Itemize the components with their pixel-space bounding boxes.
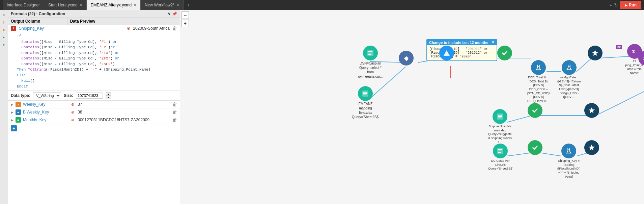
node-label-input2: EMEANZmappingfield.xlsxQuery='Sheet2S$' [352,102,379,119]
weekly-clear[interactable]: ⊗ [71,102,74,107]
weekly-delete[interactable]: 🗑 [172,102,177,107]
size-up[interactable]: ▲ [106,92,111,96]
tab-interface-designer[interactable]: Interface Designer [3,0,44,10]
delete-output-col[interactable]: 🗑 [172,26,177,31]
panel-minimize[interactable]: ∨ [168,11,171,16]
sidebar-icon-4[interactable]: ■ [1,34,7,41]
svg-marker-25 [592,50,598,56]
close-tab-new-workflow[interactable]: ✕ [176,3,179,7]
overflow-menu[interactable]: » [610,3,612,7]
svg-rect-32 [363,93,367,94]
node-star1[interactable] [588,46,603,60]
datatype-select[interactable]: V_WString String Int32 [33,92,61,99]
svg-rect-36 [498,115,502,116]
sidebar-icon-2[interactable]: f [1,19,7,26]
panel-title: Formula (22) - Configuration ∨ 📌 [8,10,180,18]
svg-rect-33 [363,95,366,95]
datatype-label: Data type: [11,93,30,98]
size-input[interactable] [76,93,103,99]
sidebar-icon-3[interactable]: x [1,26,7,33]
node-label-input1: DSN=CaspianQuery=select *from qv.meeanz.… [355,61,386,79]
node-circle-input4 [493,144,508,158]
monthly-key-row: ▶ ■ Monthly_Key ⊗ 0001270311BDCDC18HTS7-… [8,116,180,124]
field-icon-red: f [11,26,16,31]
filter-box-close[interactable]: ✕ [492,40,495,45]
output-col-name: Shipping_Key [19,26,124,31]
node-filter1[interactable] [439,46,454,60]
node-circle-filter1 [439,46,454,60]
monthly-clear[interactable]: ⊗ [71,118,74,122]
node-lab3[interactable]: InvMgnRate =([GSV $]+[Return$]-[Cost Lat… [557,60,581,99]
tab-bar: Interface Designer Start Here.yxmd ✕ EME… [0,0,644,10]
weekly-key-value: 37 [78,102,170,107]
add-tab-button[interactable]: + [184,0,193,10]
node-join1[interactable] [399,51,414,66]
node-formula2[interactable]: Σ [638,51,644,66]
node-circle-check2 [528,103,542,118]
monthly-icon: ■ [16,117,21,123]
clear-output-col[interactable]: ⊗ [127,26,130,31]
node-input2[interactable]: EMEANZmappingfield.xlsxQuery='Sheet2S$' [352,86,379,119]
monthly-expand[interactable]: ▶ [11,118,13,122]
tab-new-workflow[interactable]: New Workflow2* ✕ [141,0,184,10]
biweekly-clear[interactable]: ⊗ [71,110,74,114]
node-input4[interactable]: DC Costs PerLine.xlsQuery='Sheet3S$' [488,144,513,171]
node-circle-lab2 [531,60,546,75]
left-panel: Formula (22) - Configuration ∨ 📌 Output … [8,10,180,204]
svg-marker-34 [589,107,595,113]
size-down[interactable]: ▼ [106,96,111,99]
node-lab5[interactable]: Shipping_Key =ToString([FiscalMonthID])+… [557,144,581,179]
weekly-key-name: Weekly_Key [23,102,69,107]
node-check2[interactable] [528,103,542,118]
node-star4[interactable] [584,140,599,155]
node-circle-star3 [584,103,599,118]
node-label-input3: ShippingPointNames.xlsxQuery='Suggested … [488,125,512,144]
node-circle-star1 [588,46,603,60]
node-circle-check3 [528,140,542,155]
node-circle-check1 [497,46,512,60]
weekly-key-row: ▶ x Weekly_Key ⊗ 37 🗑 [8,101,180,108]
svg-rect-19 [368,53,372,53]
monthly-key-value: 0001270311BDCDC18HTS7-ZA202009 [78,118,170,122]
node-check1[interactable] [497,46,512,60]
svg-rect-18 [368,51,372,52]
run-button[interactable]: ▶ Run [620,1,641,9]
node-input1[interactable]: DSN=CaspianQuery=select *from qv.meeanz.… [355,46,386,79]
close-tab-start-here[interactable]: ✕ [80,3,82,7]
node-check3[interactable] [528,140,542,155]
node-circle-input1 [363,46,378,60]
node-label-lab2: DED_Total % =[DED_Total $]/[DSV $]DED_CD… [527,76,550,103]
refresh-icon[interactable]: ↻ [614,2,618,8]
monthly-key-name: Monthly_Key [23,118,69,122]
tab-emeanz[interactable]: EMEANZ Alteryx.yxmd ✕ [87,0,141,10]
sidebar-icon-5[interactable]: ■ [1,41,7,48]
sidebar-icon-1[interactable]: ≡ [1,11,7,18]
zoom-out-button[interactable]: − [181,11,189,19]
svg-line-7 [599,56,629,58]
biweekly-delete[interactable]: 🗑 [172,109,177,115]
node-circle-lab3 [562,60,577,75]
node-star3[interactable] [584,103,599,118]
tab-start-here[interactable]: Start Here.yxmd ✕ [44,0,87,10]
zoom-controls: − + [181,11,189,27]
output-column-header: Output Column [8,18,67,25]
node-circle-star4 [584,140,599,155]
node-input3[interactable]: ShippingPointNames.xlsxQuery='Suggested … [488,109,512,144]
data-preview-header: Data Preview [67,18,180,25]
node-label-lab5: Shipping_Key =ToString([FiscalMonthID])+… [557,159,581,179]
biweekly-expand[interactable]: ▶ [11,110,13,114]
panel-pin[interactable]: 📌 [172,11,177,16]
close-tab-emeanz[interactable]: ✕ [134,3,136,7]
node-lab2[interactable]: DED_Total % =[DED_Total $]/[DSV $]DED_CD… [527,60,550,103]
add-row-button[interactable]: + [11,125,17,131]
node-circle-input2 [358,86,373,101]
zoom-in-button[interactable]: + [181,20,189,27]
node-circle-lab5 [561,144,576,158]
formula-code-area[interactable]: If Contains([Misc - Billing Type Cd], 'F… [8,32,180,91]
weekly-icon: x [16,102,21,107]
weekly-expand[interactable]: ▶ [11,103,13,106]
monthly-delete[interactable]: 🗑 [172,117,177,123]
canvas-area[interactable]: Change to include last 12 months ✕ [Fisc… [180,10,644,204]
panel-title-text: Formula (22) - Configuration [11,11,65,16]
node-label-input4: DC Costs PerLine.xlsQuery='Sheet3S$' [488,159,513,171]
